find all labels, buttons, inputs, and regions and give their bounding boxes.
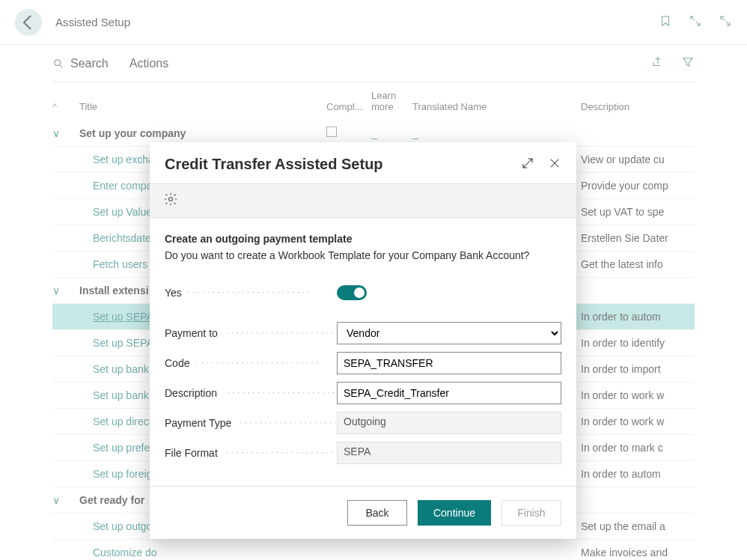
row-description: In order to identify	[581, 337, 665, 349]
filter-icon[interactable]	[681, 55, 695, 72]
row-description: Get the latest info	[581, 258, 663, 270]
payment-to-select[interactable]: Vendor	[337, 322, 561, 344]
code-label: Code	[165, 357, 194, 369]
yes-toggle[interactable]	[337, 285, 367, 300]
table-row[interactable]: Customize doMake invoices and	[52, 540, 695, 561]
col-translated[interactable]: Translated Name	[412, 82, 581, 120]
row-description: In order to work w	[581, 416, 664, 427]
row-description: In order to autom	[581, 468, 661, 480]
svg-point-1	[169, 198, 173, 201]
col-learn-more[interactable]: Learn more	[371, 82, 412, 120]
popout-icon[interactable]	[689, 14, 702, 31]
row-link[interactable]: Set up Value	[93, 206, 152, 218]
back-button[interactable]	[15, 9, 42, 36]
app-header: Assisted Setup	[0, 0, 747, 45]
chevron-down-icon[interactable]: ∨	[52, 494, 60, 506]
chevron-down-icon[interactable]: ∨	[52, 127, 60, 139]
dialog-expand-icon[interactable]	[521, 156, 534, 173]
description-label: Description	[165, 387, 222, 399]
group-title: Get ready for	[79, 494, 144, 506]
collapse-all-icon[interactable]: ^	[52, 101, 57, 112]
group-title: Set up your company	[79, 127, 186, 139]
assisted-setup-dialog: Credit Transfer Assisted Setup Create an…	[150, 142, 576, 539]
row-link[interactable]: Set up SEPA	[93, 311, 153, 323]
expand-icon[interactable]	[719, 14, 732, 31]
col-title[interactable]: Title	[79, 82, 326, 120]
gear-icon	[163, 192, 178, 207]
row-link[interactable]: Enter compa	[93, 180, 152, 192]
row-link[interactable]: Fetch users fr	[93, 258, 157, 270]
row-link[interactable]: Berichtsdater	[93, 232, 154, 244]
row-description: In order to import	[581, 363, 661, 375]
yes-label: Yes	[165, 287, 186, 299]
row-description: Make invoices and	[581, 547, 668, 559]
file-format-label: File Format	[165, 447, 222, 459]
row-description: Erstellen Sie Dater	[581, 232, 668, 244]
page-title: Assisted Setup	[55, 16, 130, 28]
page-toolbar: Search Actions	[52, 45, 695, 82]
row-link[interactable]: Set up foreig	[93, 468, 152, 480]
dialog-question: Do you want to create a Workbook Templat…	[165, 249, 561, 261]
row-description: In order to autom	[581, 311, 661, 323]
row-link[interactable]: Set up SEPA	[93, 337, 153, 349]
code-input[interactable]	[337, 352, 561, 374]
search-label: Search	[70, 57, 109, 70]
row-link[interactable]: Set up excha	[93, 153, 154, 165]
continue-button[interactable]: Continue	[418, 500, 491, 526]
col-description[interactable]: Description	[581, 82, 695, 120]
row-description: Set up VAT to spe	[581, 206, 664, 218]
search-command[interactable]: Search	[52, 57, 109, 70]
svg-point-0	[55, 59, 61, 65]
row-description: View or update cu	[581, 153, 665, 165]
payment-to-label: Payment to	[165, 327, 222, 339]
payment-type-field: Outgoing	[337, 412, 561, 434]
row-link[interactable]: Set up outgo	[93, 520, 152, 532]
completed-checkbox[interactable]	[326, 127, 337, 137]
header-actions	[659, 14, 732, 31]
back-button[interactable]: Back	[347, 500, 407, 526]
chevron-down-icon[interactable]: ∨	[52, 284, 60, 296]
row-link[interactable]: Set up bank	[93, 363, 149, 375]
file-format-field: SEPA	[337, 442, 561, 464]
description-input[interactable]	[337, 382, 561, 404]
payment-type-label: Payment Type	[165, 417, 236, 429]
row-link[interactable]: Customize do	[93, 547, 157, 559]
actions-menu[interactable]: Actions	[129, 57, 168, 70]
row-link[interactable]: Set up prefer	[93, 442, 153, 454]
dialog-close-icon[interactable]	[548, 156, 561, 173]
share-icon[interactable]	[651, 55, 665, 72]
row-description: Provide your comp	[581, 180, 668, 192]
bookmark-icon[interactable]	[659, 14, 672, 31]
group-title: Install extensi	[79, 284, 149, 296]
row-link[interactable]: Set up bank	[93, 389, 149, 401]
row-link[interactable]: Set up direct	[93, 416, 152, 427]
row-description: In order to mark c	[581, 442, 663, 454]
row-description: Set up the email a	[581, 520, 665, 532]
col-completed[interactable]: Compl...	[326, 82, 371, 120]
row-description: In order to work w	[581, 389, 664, 401]
finish-button: Finish	[501, 500, 561, 526]
dialog-subtitle: Create an outgoing payment template	[165, 233, 561, 245]
dialog-title: Credit Transfer Assisted Setup	[165, 156, 383, 173]
dialog-settings-bar[interactable]	[150, 183, 576, 218]
